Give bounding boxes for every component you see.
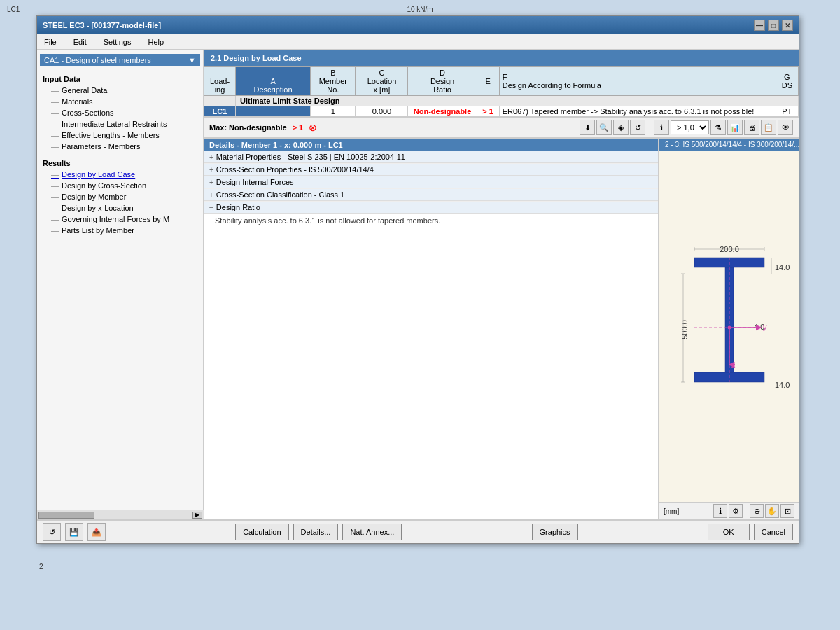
sidebar-item-design-x-location[interactable]: — Design by x-Location <box>37 202 203 214</box>
design-ratio-toggle[interactable]: − Design Ratio <box>204 202 658 214</box>
internal-forces-toggle[interactable]: + Design Internal Forces <box>204 176 658 188</box>
nat-annex-button[interactable]: Nat. Annex... <box>342 524 402 540</box>
member-no-cell: 1 <box>311 106 356 117</box>
sidebar-item-general-data[interactable]: — General Data <box>37 85 203 96</box>
title-bar-buttons: — □ ✕ <box>754 20 793 31</box>
material-title: Material Properties - Steel S 235 | EN 1… <box>216 153 405 161</box>
tree-dash-icon: — <box>51 97 59 106</box>
details-left: Details - Member 1 - x: 0.000 m - LC1 + … <box>204 139 659 519</box>
share-btn[interactable]: 📤 <box>88 523 106 541</box>
tree-dash-icon: — <box>51 204 59 212</box>
save-btn[interactable]: 💾 <box>65 523 83 541</box>
print-btn[interactable]: 🖨 <box>744 120 760 135</box>
cs-diagram: 200.0 14.0 500.0 <box>659 150 799 502</box>
expand-icon-2: + <box>209 166 214 174</box>
minimize-button[interactable]: — <box>754 20 765 31</box>
cancel-button[interactable]: Cancel <box>754 524 793 540</box>
section-header-row: Ultimate Limit State Design <box>204 96 799 106</box>
material-properties-toggle[interactable]: + Material Properties - Steel S 235 | EN… <box>204 151 658 163</box>
ca-dropdown[interactable]: CA1 - Design of steel members ▼ <box>40 54 200 66</box>
input-data-header: Input Data <box>37 72 203 85</box>
filter-select[interactable]: > 1,0 <box>671 120 709 134</box>
details-button[interactable]: Details... <box>293 524 339 540</box>
ok-button[interactable]: OK <box>708 524 750 540</box>
row-2-label: 2 <box>39 563 43 570</box>
menu-bar: File Edit Settings Help <box>37 34 799 50</box>
table-area: Load-ing ADescription BMemberNo. CLocati… <box>204 66 799 117</box>
export-btn[interactable]: ⬇ <box>580 120 595 135</box>
design-ratio-text: Stability analysis acc. to 6.3.1 is not … <box>215 216 440 225</box>
eye-btn[interactable]: 👁 <box>778 120 793 135</box>
scroll-right-btn[interactable]: ▶ <box>192 512 202 519</box>
filter2-icon[interactable]: ⚗ <box>710 120 726 135</box>
copy-btn[interactable]: 📋 <box>761 120 776 135</box>
cs-classification-title: Cross-Section Classification - Class 1 <box>216 190 344 199</box>
sub-header-title: 2.1 Design by Load Case <box>211 54 302 62</box>
scrollbar-thumb[interactable] <box>38 512 94 519</box>
design-ratio-section: − Design Ratio Stability analysis acc. t… <box>204 202 658 228</box>
ca-dropdown-label: CA1 - Design of steel members <box>44 56 151 64</box>
dropdown-chevron-icon: ▼ <box>188 56 196 64</box>
uls-label: Ultimate Limit State Design <box>236 96 799 106</box>
window-title: STEEL EC3 - [001377-model-file] <box>43 21 161 29</box>
cross-section-properties-section: + Cross-Section Properties - IS 500/200/… <box>204 164 658 176</box>
refresh-btn[interactable]: ↺ <box>43 523 61 541</box>
menu-settings[interactable]: Settings <box>101 36 134 48</box>
error-icon: ⊗ <box>309 122 317 133</box>
description-cell <box>236 106 311 117</box>
expand-icon-3: + <box>209 178 214 186</box>
main-window: STEEL EC3 - [001377-model-file] — □ ✕ Fi… <box>36 15 799 544</box>
sidebar-item-design-member[interactable]: — Design by Member <box>37 191 203 202</box>
status-bar: Max: Non-designable > 1 ⊗ ⬇ 🔍 ◈ ↺ ℹ > 1,… <box>204 117 799 138</box>
sidebar-item-design-cross-section[interactable]: — Design by Cross-Section <box>37 180 203 191</box>
reset-btn[interactable]: ↺ <box>630 120 645 135</box>
tree-dash-icon: — <box>51 131 59 139</box>
close-button[interactable]: ✕ <box>782 20 793 31</box>
tree-dash-icon: — <box>51 120 59 128</box>
sidebar-item-effective-lengths[interactable]: — Effective Lengths - Members <box>37 130 203 141</box>
sidebar-item-lateral-restraints[interactable]: — Intermediate Lateral Restraints <box>37 118 203 130</box>
right-area: 2.1 Design by Load Case Load-ing ADescri… <box>204 50 799 519</box>
cs-pan-btn[interactable]: ✋ <box>765 504 779 518</box>
sidebar-item-cross-sections[interactable]: — Cross-Sections <box>37 107 203 118</box>
chart-btn[interactable]: 📊 <box>727 120 743 135</box>
sidebar-item-parameters[interactable]: — Parameters - Members <box>37 141 203 152</box>
cs-header: 2 - 3: IS 500/200/14/14/4 - IS 300/200/1… <box>659 139 799 150</box>
cs-info-btn[interactable]: ℹ <box>713 504 727 518</box>
col-f-header: FDesign According to Formula <box>499 67 776 96</box>
cs-settings-btn[interactable]: ⚙ <box>729 504 743 518</box>
select-btn[interactable]: ◈ <box>613 120 629 135</box>
tree-dash-icon: — <box>51 170 59 178</box>
cs-footer-buttons: ℹ ⚙ ⊕ ✋ ⊡ <box>713 504 794 518</box>
sidebar-item-parts-list[interactable]: — Parts List by Member <box>37 225 203 236</box>
calculation-button[interactable]: Calculation <box>235 524 288 540</box>
menu-file[interactable]: File <box>41 36 59 48</box>
ibeam-svg: 200.0 14.0 500.0 <box>673 242 785 410</box>
cs-zoom-btn[interactable]: ⊕ <box>750 504 764 518</box>
filter-btn[interactable]: 🔍 <box>596 120 612 135</box>
tree-dash-icon: — <box>51 86 59 94</box>
info-btn[interactable]: ℹ <box>654 120 669 135</box>
sidebar-item-governing-forces[interactable]: — Governing Internal Forces by M <box>37 214 203 225</box>
menu-edit[interactable]: Edit <box>71 36 90 48</box>
maximize-button[interactable]: □ <box>768 20 779 31</box>
content-area: CA1 - Design of steel members ▼ Input Da… <box>37 50 799 519</box>
sidebar-item-materials[interactable]: — Materials <box>37 96 203 107</box>
graphics-button[interactable]: Graphics <box>532 524 578 540</box>
lc1-cell: LC1 <box>204 106 236 117</box>
internal-forces-section: + Design Internal Forces <box>204 176 658 189</box>
toolbar-icons: ⬇ 🔍 ◈ ↺ ℹ > 1,0 ⚗ 📊 🖨 📋 👁 <box>580 120 793 135</box>
cs-fit-btn[interactable]: ⊡ <box>780 504 794 518</box>
sidebar-item-design-load-case[interactable]: — Design by Load Case <box>37 169 203 180</box>
location-cell: 0.000 <box>356 106 408 117</box>
cs-footer: [mm] ℹ ⚙ ⊕ ✋ ⊡ <box>659 502 799 519</box>
bot-flange-thickness-label: 14.0 <box>775 381 790 389</box>
cs-panel: 2 - 3: IS 500/200/14/14/4 - IS 300/200/1… <box>659 139 799 519</box>
tree-dash-icon: — <box>51 215 59 223</box>
web-height-label: 500.0 <box>680 320 689 340</box>
ds-cell: PT <box>776 106 798 117</box>
menu-help[interactable]: Help <box>145 36 167 48</box>
cross-section-properties-toggle[interactable]: + Cross-Section Properties - IS 500/200/… <box>204 164 658 176</box>
top-flange-thickness-label: 14.0 <box>775 263 790 272</box>
cs-classification-toggle[interactable]: + Cross-Section Classification - Class 1 <box>204 189 658 201</box>
